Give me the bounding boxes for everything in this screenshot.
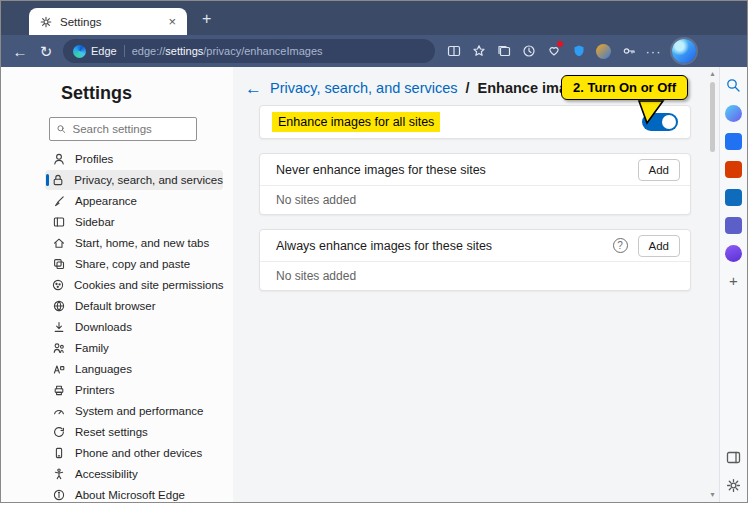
sidebar-item-phone-devices[interactable]: Phone and other devices xyxy=(45,443,223,463)
info-icon xyxy=(51,488,66,502)
main-content: ← Privacy, search, and services / Enhanc… xyxy=(233,67,719,502)
sidebar-item-start-home[interactable]: Start, home, and new tabs xyxy=(45,233,223,253)
edge-logo-icon xyxy=(73,45,86,58)
breadcrumb-separator: / xyxy=(466,80,470,96)
tab-settings[interactable]: Settings × xyxy=(29,8,187,35)
enhance-images-label: Enhance images for all sites xyxy=(272,112,440,132)
cards: Enhance images for all sites Never enhan… xyxy=(259,105,691,291)
sidebar-layout-icon xyxy=(51,215,66,229)
family-icon xyxy=(51,341,66,355)
scroll-down-icon[interactable]: ▾ xyxy=(710,490,714,500)
sidebar-item-sidebar[interactable]: Sidebar xyxy=(45,212,223,232)
edge-sidebar: + xyxy=(719,67,747,502)
sidebar-search-icon[interactable] xyxy=(725,77,742,94)
always-enhance-card: Always enhance images for these sites ? … xyxy=(259,229,691,291)
sidebar-add-button[interactable]: + xyxy=(729,273,738,288)
profile-avatar-icon[interactable] xyxy=(591,38,616,64)
copilot-icon[interactable] xyxy=(672,39,696,63)
reset-icon xyxy=(51,425,66,439)
settings-search-box[interactable] xyxy=(49,117,197,141)
callout-turn-on-or-off: 2. Turn On or Off xyxy=(561,75,688,100)
history-icon[interactable] xyxy=(516,38,541,64)
chip-divider xyxy=(124,45,125,57)
scroll-up-icon[interactable]: ▴ xyxy=(710,69,714,79)
collections-icon[interactable] xyxy=(491,38,516,64)
settings-page: Settings Profiles Privacy, search, and s… xyxy=(1,67,747,502)
sidebar-item-appearance[interactable]: Appearance xyxy=(45,191,223,211)
tab-title: Settings xyxy=(60,16,159,28)
sidebar-shopping-icon[interactable] xyxy=(725,133,742,150)
copy-icon xyxy=(51,257,66,271)
sidebar-settings-gear-icon[interactable] xyxy=(725,477,742,494)
scrollbar[interactable]: ▴ ▾ xyxy=(707,69,718,500)
toolbar: ← ↻ Edge edge://settings/privacy/enhance… xyxy=(1,35,747,67)
page-title: Settings xyxy=(61,83,233,104)
sidebar-item-reset[interactable]: Reset settings xyxy=(45,422,223,442)
never-enhance-empty-text: No sites added xyxy=(260,186,690,214)
breadcrumb-parent-link[interactable]: Privacy, search, and services xyxy=(270,80,458,96)
wallet-key-icon[interactable] xyxy=(616,38,641,64)
always-enhance-add-button[interactable]: Add xyxy=(638,235,680,257)
scroll-thumb[interactable] xyxy=(710,82,715,152)
always-enhance-empty-text: No sites added xyxy=(260,262,690,290)
favorites-star-icon[interactable] xyxy=(466,38,491,64)
enhance-images-setting-card: Enhance images for all sites xyxy=(259,105,691,139)
split-screen-icon[interactable] xyxy=(441,38,466,64)
sidebar-item-share-copy-paste[interactable]: Share, copy and paste xyxy=(45,254,223,274)
sidebar-item-accessibility[interactable]: Accessibility xyxy=(45,464,223,484)
accessibility-icon xyxy=(51,467,66,481)
home-icon xyxy=(51,236,66,250)
sidebar-copilot-icon[interactable] xyxy=(725,105,742,122)
back-button[interactable]: ← xyxy=(7,44,33,59)
never-enhance-add-button[interactable]: Add xyxy=(638,159,680,181)
search-input[interactable] xyxy=(73,123,190,135)
sidebar-item-profiles[interactable]: Profiles xyxy=(45,149,223,169)
sidebar-customize-icon[interactable] xyxy=(725,449,742,466)
sidebar-outlook-icon[interactable] xyxy=(725,189,742,206)
refresh-button[interactable]: ↻ xyxy=(33,44,59,59)
profiles-icon xyxy=(51,152,66,166)
sidebar-item-printers[interactable]: Printers xyxy=(45,380,223,400)
defender-shield-icon[interactable] xyxy=(566,38,591,64)
languages-icon xyxy=(51,362,66,376)
sidebar-item-about[interactable]: About Microsoft Edge xyxy=(45,485,223,503)
notification-badge xyxy=(557,41,563,47)
sidebar-item-cookies[interactable]: Cookies and site permissions xyxy=(45,275,223,295)
browser-window: Settings × + ← ↻ Edge edge://settings/pr… xyxy=(0,0,748,503)
sidebar-item-downloads[interactable]: Downloads xyxy=(45,317,223,337)
printer-icon xyxy=(51,383,66,397)
phone-icon xyxy=(51,446,66,460)
new-tab-button[interactable]: + xyxy=(197,9,216,29)
close-tab-icon[interactable]: × xyxy=(166,15,178,28)
cookie-icon xyxy=(51,278,65,292)
sidebar-microsoft365-icon[interactable] xyxy=(725,161,742,178)
sidebar-designer-icon[interactable] xyxy=(725,245,742,262)
browser-essentials-icon[interactable] xyxy=(541,38,566,64)
settings-sidebar: Settings Profiles Privacy, search, and s… xyxy=(1,67,233,502)
site-chip: Edge xyxy=(73,45,117,58)
help-icon[interactable]: ? xyxy=(613,238,628,253)
more-menu-icon[interactable]: ··· xyxy=(641,38,666,64)
search-icon xyxy=(56,123,67,135)
sidebar-item-family[interactable]: Family xyxy=(45,338,223,358)
gear-icon xyxy=(38,15,53,29)
brush-icon xyxy=(51,194,66,208)
settings-nav-list: Profiles Privacy, search, and services A… xyxy=(1,149,233,503)
sidebar-teams-icon[interactable] xyxy=(725,217,742,234)
tab-bar: Settings × + xyxy=(1,1,747,35)
breadcrumb-back-icon[interactable]: ← xyxy=(245,80,262,97)
sidebar-item-languages[interactable]: Languages xyxy=(45,359,223,379)
sidebar-item-system-performance[interactable]: System and performance xyxy=(45,401,223,421)
gauge-icon xyxy=(51,404,66,418)
download-icon xyxy=(51,320,66,334)
lock-icon xyxy=(51,173,65,187)
never-enhance-header-row: Never enhance images for these sites Add xyxy=(260,154,690,186)
sidebar-item-default-browser[interactable]: Default browser xyxy=(45,296,223,316)
never-enhance-card: Never enhance images for these sites Add… xyxy=(259,153,691,215)
always-enhance-header-row: Always enhance images for these sites ? … xyxy=(260,230,690,262)
url-text: edge://settings/privacy/enhanceImages xyxy=(132,45,323,57)
callout-tail xyxy=(633,99,669,125)
address-bar[interactable]: Edge edge://settings/privacy/enhanceImag… xyxy=(63,39,435,63)
globe-icon xyxy=(51,299,66,313)
sidebar-item-privacy[interactable]: Privacy, search, and services xyxy=(45,170,223,190)
